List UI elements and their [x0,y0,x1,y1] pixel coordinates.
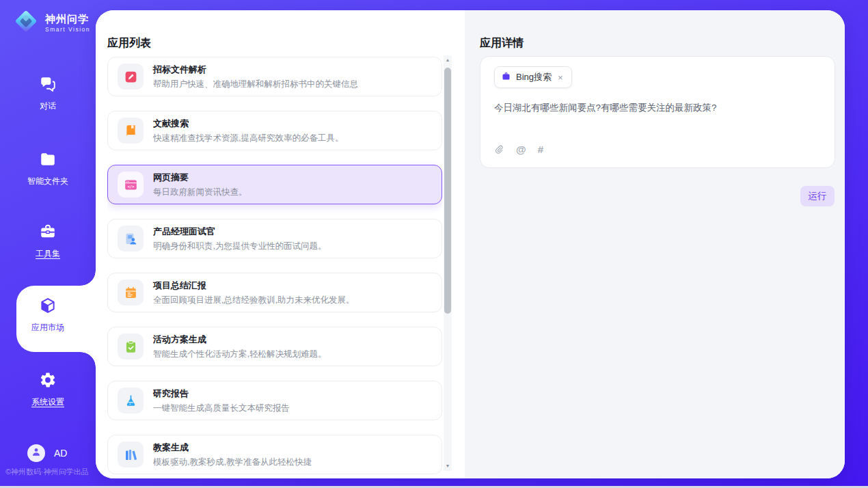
pen-square-icon [118,64,144,90]
app-name: 产品经理面试官 [153,226,326,238]
browser-code-icon: </> [118,172,144,198]
folder-icon [39,150,57,171]
run-button[interactable]: 运行 [800,186,835,206]
app-name: 网页摘要 [153,172,247,184]
prompt-card[interactable]: Bing搜索 × 今日湖北有哪些新闻要点?有哪些需要关注的最新政策? @# [480,56,835,168]
prompt-text[interactable]: 今日湖北有哪些新闻要点?有哪些需要关注的最新政策? [494,102,821,114]
diamond-logo-icon [12,8,40,38]
toolbox-icon [39,223,57,243]
calendar-report-icon [118,280,144,306]
sidebar-item-label: 对话 [40,100,56,112]
close-icon[interactable]: × [556,72,565,83]
user-icon [31,446,42,460]
sidebar-item-label: 工具集 [36,248,60,260]
app-list-item[interactable]: 活动方案生成智能生成个性化活动方案,轻松解决规划难题。 [107,327,442,366]
app-list-item[interactable]: 文献搜索快速精准查找学术资源,提高研究效率的必备工具。 [107,111,442,150]
app-description: 每日政府新闻资讯快查。 [153,187,247,198]
app-window: 应用列表 招标文件解析帮助用户快速、准确地理解和解析招标书中的关键信息文献搜索快… [0,0,868,488]
app-description: 智能生成个性化活动方案,轻松解决规划难题。 [153,349,326,360]
sidebar-item-gear[interactable]: 系统设置 [0,371,96,408]
app-list-item[interactable]: </>网页摘要每日政府新闻资讯快查。 [107,165,442,204]
sidebar: 神州问学 Smart Vision 对话智能文件夹工具集应用市场系统设置 AD … [0,0,96,488]
app-name: 教案生成 [153,442,312,454]
app-name: 项目总结汇报 [153,280,354,292]
app-description: 一键智能生成高质量长文本研究报告 [153,403,290,414]
gear-icon [39,371,57,392]
sidebar-item-label: 智能文件夹 [27,176,68,187]
user-name: AD [54,448,67,459]
app-detail-panel: 应用详情 Bing搜索 × 今日湖北有哪些新闻要点?有哪些需要关注的最新政策? … [465,10,845,478]
interviewer-icon [118,226,144,252]
app-list-title: 应用列表 [107,36,151,51]
scroll-down-icon[interactable]: ▼ [444,461,452,471]
app-list-panel: 应用列表 招标文件解析帮助用户快速、准确地理解和解析招标书中的关键信息文献搜索快… [96,10,465,478]
app-description: 明确身份和职责,为您提供专业性的面试问题。 [153,241,326,252]
attachment-icon[interactable] [493,144,504,155]
sidebar-item-chat[interactable]: 对话 [0,75,96,112]
hashtag-icon[interactable]: # [538,144,543,155]
app-description: 帮助用户快速、准确地理解和解析招标书中的关键信息 [153,79,358,90]
app-name: 活动方案生成 [153,334,326,346]
brand: 神州问学 Smart Vision [12,8,90,38]
chat-icon [39,75,57,96]
tool-tag-label: Bing搜索 [516,71,552,83]
book-icon [118,118,144,144]
copyright-footer: ©神州数码·神州问学出品 [5,467,89,477]
brand-subtitle: Smart Vision [45,26,90,33]
briefcase-icon [501,71,511,84]
user-account[interactable]: AD [27,444,67,462]
sidebar-item-toolbox[interactable]: 工具集 [0,223,96,260]
scrollbar-thumb[interactable] [444,68,451,314]
app-list-item[interactable]: 教案生成模板驱动,教案秒成,教学准备从此轻松快捷 [107,435,442,474]
app-name: 研究报告 [153,388,290,400]
tool-tag-bing[interactable]: Bing搜索 × [494,66,572,88]
svg-text:</>: </> [127,184,135,188]
scrollbar-track[interactable] [444,65,452,461]
app-list-item[interactable]: 研究报告一键智能生成高质量长文本研究报告 [107,381,442,420]
prompt-toolbar: @# [493,144,543,155]
app-description: 模板驱动,教案秒成,教学准备从此轻松快捷 [153,457,312,468]
app-name: 文献搜索 [153,118,343,130]
flask-icon [118,388,144,414]
active-tab-background [16,286,96,352]
app-list: 招标文件解析帮助用户快速、准确地理解和解析招标书中的关键信息文献搜索快速精准查找… [107,57,442,476]
brand-name: 神州问学 [45,13,90,26]
cube-icon [39,297,57,317]
app-description: 快速精准查找学术资源,提高研究效率的必备工具。 [153,133,343,144]
app-detail-title: 应用详情 [480,36,524,51]
app-list-item[interactable]: 项目总结汇报全面回顾项目进展,总结经验教训,助力未来优化发展。 [107,273,442,312]
mention-icon[interactable]: @ [516,144,526,155]
clipboard-check-icon [118,334,144,360]
sidebar-item-folder[interactable]: 智能文件夹 [0,150,96,187]
main-panel: 应用列表 招标文件解析帮助用户快速、准确地理解和解析招标书中的关键信息文献搜索快… [96,10,845,478]
books-icon [118,442,144,467]
sidebar-item-label: 系统设置 [31,396,64,408]
scroll-up-icon[interactable]: ▲ [444,55,452,65]
scrollbar[interactable]: ▲ ▼ [444,55,452,471]
app-description: 全面回顾项目进展,总结经验教训,助力未来优化发展。 [153,295,354,306]
app-name: 招标文件解析 [153,64,358,76]
app-list-item[interactable]: 招标文件解析帮助用户快速、准确地理解和解析招标书中的关键信息 [107,57,442,96]
avatar [27,444,45,462]
sidebar-item-label: 应用市场 [31,322,64,334]
sidebar-item-cube[interactable]: 应用市场 [0,297,96,334]
app-list-item[interactable]: 产品经理面试官明确身份和职责,为您提供专业性的面试问题。 [107,219,442,258]
